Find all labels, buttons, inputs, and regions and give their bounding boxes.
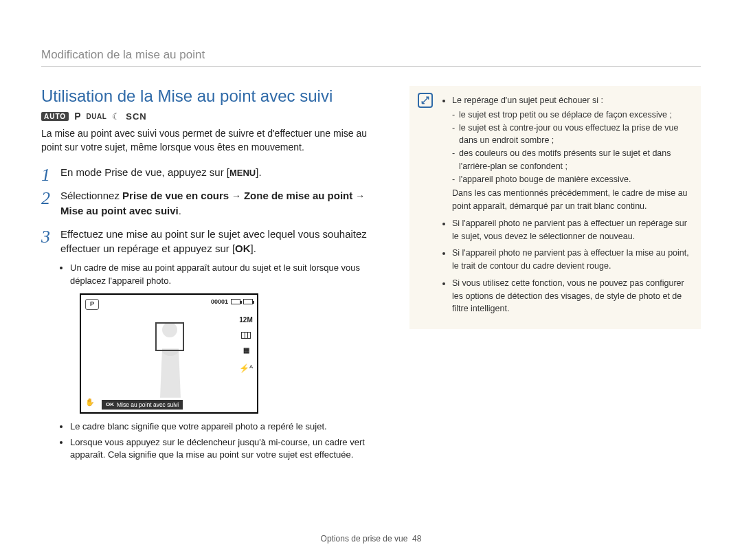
note-icon <box>418 93 433 108</box>
camera-caption: Mise au point avec suivi <box>117 401 179 409</box>
note-item-4: Si vous utilisez cette fonction, vous ne… <box>452 277 690 315</box>
mode-scn-icon: SCN <box>126 111 146 122</box>
step-2-text-a: Sélectionnez <box>60 190 122 201</box>
two-column-layout: Utilisation de la Mise au point avec sui… <box>41 86 701 470</box>
hand-shake-icon: ✋ <box>85 397 95 408</box>
note-1-sub-3: des couleurs ou des motifs présents sur … <box>452 147 690 173</box>
note-1-sub-4: l'appareil photo bouge de manière excess… <box>452 173 690 186</box>
mode-dual-icon: DUAL <box>87 113 107 120</box>
step-2-bold-2: Zone de mise au point <box>244 190 352 201</box>
step-3-text-a: Effectuez une mise au point sur le sujet… <box>60 228 367 255</box>
camera-mode-icon <box>85 299 99 310</box>
right-column: Le repérage d'un sujet peut échouer si :… <box>409 86 701 470</box>
step-3-sub-1: Un cadre de mise au point apparaît autou… <box>70 262 385 288</box>
arrow-icon: → <box>352 190 365 201</box>
intro-paragraph: La mise au point avec suivi vous permet … <box>41 127 385 154</box>
mode-auto-icon: AUTO <box>41 112 69 121</box>
af-tracking-box <box>155 322 184 351</box>
post-bullet-1: Le cadre blanc signifie que votre appare… <box>70 421 385 434</box>
resolution-icon: 12M <box>239 315 252 326</box>
step-2: Sélectionnez Prise de vue en cours → Zon… <box>41 188 385 219</box>
step-2-bold-3: Mise au point avec suivi <box>60 205 179 216</box>
step-3-sublist: Un cadre de mise au point apparaît autou… <box>70 262 385 288</box>
camera-top-status: 00001 <box>211 298 253 306</box>
note-1-lead: Le repérage d'un sujet peut échouer si : <box>452 96 603 105</box>
metering-icon <box>241 332 251 339</box>
mode-icons-row: AUTO P DUAL ☾ SCN <box>41 111 385 122</box>
sd-card-icon <box>231 299 240 304</box>
camera-ok-label: OK <box>106 401 114 409</box>
manual-page: Modification de la mise au point Utilisa… <box>0 0 742 560</box>
stabilizer-icon: ▦ <box>243 346 249 356</box>
menu-button-label: MENU <box>229 167 256 180</box>
note-item-2: Si l'appareil photo ne parvient pas à ef… <box>452 217 690 243</box>
camera-bottom-bar: OK Mise au point avec suivi <box>102 400 183 410</box>
post-bullet-2: Lorsque vous appuyez sur le déclencheur … <box>70 436 385 462</box>
note-item-3: Si l'appareil photo ne parvient pas à ef… <box>452 247 690 273</box>
steps-list: En mode Prise de vue, appuyez sur [MENU]… <box>41 165 385 462</box>
flash-auto-icon: ⚡ᴬ <box>239 363 253 374</box>
mode-night-icon: ☾ <box>112 111 120 122</box>
post-screen-bullets: Le cadre blanc signifie que votre appare… <box>70 421 385 462</box>
note-list: Le repérage d'un sujet peut échouer si :… <box>445 94 690 315</box>
note-1-followup: Dans les cas mentionnés précédemment, le… <box>452 187 690 213</box>
step-3: Effectuez une mise au point sur le sujet… <box>41 227 385 462</box>
step-1-text-b: ]. <box>256 166 261 178</box>
camera-right-icons: 12M ▦ ⚡ᴬ <box>239 315 253 374</box>
note-box: Le repérage d'un sujet peut échouer si :… <box>409 86 701 329</box>
ok-button-label: OK <box>235 243 251 254</box>
page-title: Utilisation de la Mise au point avec sui… <box>41 86 385 107</box>
note-1-sub-2: le sujet est à contre-jour ou vous effec… <box>452 122 690 148</box>
step-2-text-b: . <box>179 205 181 216</box>
note-item-1: Le repérage d'un sujet peut échouer si :… <box>452 94 690 213</box>
camera-counter: 00001 <box>211 298 228 306</box>
camera-screen-illustration: 00001 12M ▦ ⚡ᴬ ✋ <box>80 293 258 414</box>
note-1-sublist: le sujet est trop petit ou se déplace de… <box>452 109 690 186</box>
page-footer: Options de prise de vue 48 <box>0 534 742 544</box>
mode-p-icon: P <box>74 111 80 122</box>
note-1-sub-1: le sujet est trop petit ou se déplace de… <box>452 109 690 122</box>
step-1: En mode Prise de vue, appuyez sur [MENU]… <box>41 165 385 180</box>
breadcrumb: Modification de la mise au point <box>41 48 701 67</box>
footer-page-number: 48 <box>412 534 421 544</box>
step-2-bold-1: Prise de vue en cours <box>122 190 229 201</box>
footer-section: Options de prise de vue <box>321 534 408 544</box>
left-column: Utilisation de la Mise au point avec sui… <box>41 86 385 470</box>
step-1-text-a: En mode Prise de vue, appuyez sur [ <box>60 166 229 178</box>
battery-icon <box>243 299 253 304</box>
arrow-icon: → <box>229 190 244 201</box>
step-3-text-b: ]. <box>251 243 256 254</box>
